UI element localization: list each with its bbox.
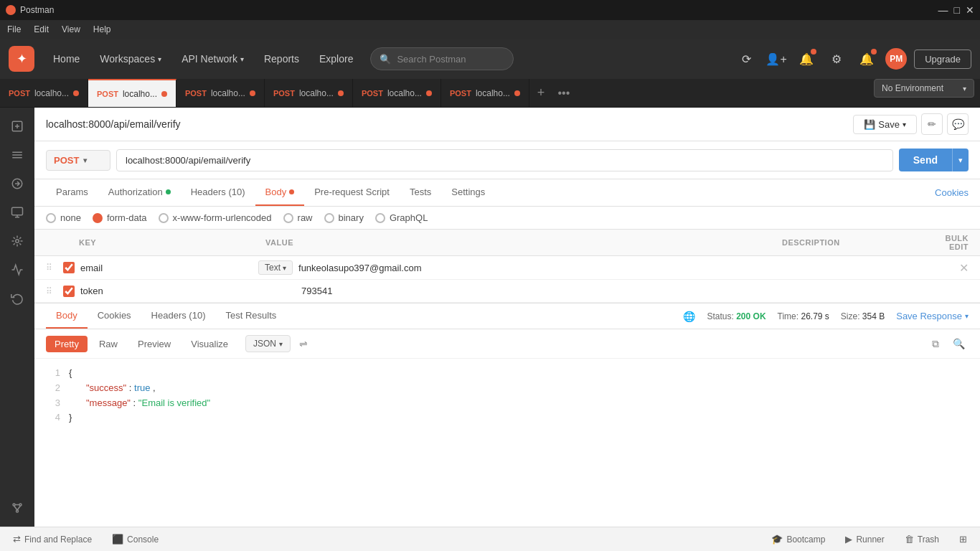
sidebar-new-icon[interactable] xyxy=(4,113,30,139)
tab-1[interactable]: POST localho... xyxy=(88,79,176,107)
resp-tab-test-results[interactable]: Test Results xyxy=(215,303,286,329)
cookies-button[interactable]: Cookies xyxy=(935,187,969,198)
resp-tab-cookies[interactable]: Cookies xyxy=(88,303,141,329)
save-chevron-icon: ▾ xyxy=(903,121,906,128)
bulk-edit-button[interactable]: Bulk Edit xyxy=(925,234,969,251)
row-drag-handle[interactable]: ⠿ xyxy=(46,263,57,273)
search-bar[interactable]: 🔍 xyxy=(370,47,514,70)
comment-button[interactable]: 💬 xyxy=(947,113,969,135)
nav-api-network[interactable]: API Network ▾ xyxy=(171,39,254,79)
console-button[interactable]: ⬛ Console xyxy=(108,531,163,547)
send-options-button[interactable]: ▾ xyxy=(952,149,969,171)
trash-button[interactable]: 🗑 Trash xyxy=(900,531,943,547)
chevron-down-icon: ▾ xyxy=(83,156,87,164)
unsaved-dot xyxy=(73,90,79,96)
row-checkbox-1[interactable] xyxy=(63,286,75,297)
tab-settings[interactable]: Settings xyxy=(441,179,495,206)
more-tabs-button[interactable]: ••• xyxy=(552,79,575,107)
tab-4[interactable]: POST localho... xyxy=(353,79,441,107)
runner-button[interactable]: ▶ Runner xyxy=(841,531,888,547)
format-visualize[interactable]: Visualize xyxy=(182,336,237,352)
url-input[interactable] xyxy=(116,149,893,171)
tab-body[interactable]: Body xyxy=(255,179,305,206)
format-pretty[interactable]: Pretty xyxy=(46,336,88,352)
body-none-option[interactable]: none xyxy=(46,212,81,223)
find-replace-button[interactable]: ⇄ Find and Replace xyxy=(9,531,96,547)
menu-file[interactable]: File xyxy=(7,24,21,34)
params-table-body: ⠿ Text ▾ ✕ ⠿ xyxy=(34,256,980,303)
tab-params[interactable]: Params xyxy=(46,179,98,206)
menu-edit[interactable]: Edit xyxy=(34,24,49,34)
wrap-lines-button[interactable]: ⇌ xyxy=(293,334,314,354)
send-button[interactable]: Pretty Send xyxy=(899,149,952,171)
bootcamp-button[interactable]: 🎓 Bootcamp xyxy=(767,531,829,547)
nav-workspaces[interactable]: Workspaces ▾ xyxy=(90,39,171,79)
row-key-1[interactable] xyxy=(80,284,253,298)
copy-response-button[interactable]: ⧉ xyxy=(925,334,946,354)
menu-help[interactable]: Help xyxy=(93,24,111,34)
minimize-button[interactable]: — xyxy=(938,4,948,16)
row-value-1[interactable] xyxy=(301,284,969,298)
body-urlencoded-option[interactable]: x-www-form-urlencoded xyxy=(159,212,272,223)
new-tab-button[interactable]: + xyxy=(529,79,552,107)
close-button[interactable]: ✕ xyxy=(966,4,974,16)
sidebar-mock-icon[interactable] xyxy=(4,228,30,254)
line-numbers: 1 2 3 4 xyxy=(46,366,60,519)
save-response-button[interactable]: Save Response ▾ xyxy=(896,311,969,321)
tab-3[interactable]: POST localho... xyxy=(265,79,353,107)
row-delete-0[interactable]: ✕ xyxy=(959,261,969,275)
search-input[interactable] xyxy=(397,54,504,65)
maximize-button[interactable]: □ xyxy=(954,4,960,16)
sidebar-apis-icon[interactable] xyxy=(4,171,30,197)
upgrade-button[interactable]: Upgrade xyxy=(914,50,971,69)
tab-5[interactable]: POST localho... xyxy=(441,79,529,107)
pencil-icon: ✏ xyxy=(928,118,936,130)
format-raw[interactable]: Raw xyxy=(90,336,126,352)
search-response-button[interactable]: 🔍 xyxy=(948,334,969,354)
alerts-button[interactable]: 🔔 xyxy=(855,47,878,70)
sidebar-collections-icon[interactable] xyxy=(4,142,30,168)
row-drag-handle[interactable]: ⠿ xyxy=(46,286,57,296)
sidebar-environments-icon[interactable] xyxy=(4,199,30,225)
chevron-down-icon: ▾ xyxy=(283,264,286,272)
resp-tab-body[interactable]: Body xyxy=(46,303,88,329)
sync-button[interactable]: ⟳ xyxy=(735,47,758,70)
body-graphql-option[interactable]: GraphQL xyxy=(375,212,428,223)
body-binary-option[interactable]: binary xyxy=(324,212,364,223)
menu-view[interactable]: View xyxy=(62,24,80,34)
body-form-data-option[interactable]: form-data xyxy=(93,212,147,223)
nav-home[interactable]: Home xyxy=(43,39,90,79)
save-button[interactable]: 💾 Save ▾ xyxy=(853,115,917,134)
app-logo[interactable]: ✦ xyxy=(9,46,34,72)
search-icon: 🔍 xyxy=(380,54,391,65)
user-avatar[interactable]: PM xyxy=(885,48,907,70)
tab-pre-request[interactable]: Pre-request Script xyxy=(304,179,400,206)
tab-0[interactable]: POST localho... xyxy=(0,79,88,107)
row-key-0[interactable] xyxy=(80,261,253,275)
sidebar-history-icon[interactable] xyxy=(4,286,30,311)
expand-button[interactable]: ⊞ xyxy=(955,531,971,547)
sidebar-monitors-icon[interactable] xyxy=(4,257,30,283)
tab-2[interactable]: POST localho... xyxy=(176,79,265,107)
row-type-selector-0[interactable]: Text ▾ xyxy=(258,260,293,275)
format-type-selector[interactable]: JSON ▾ xyxy=(245,335,291,352)
invite-button[interactable]: 👤+ xyxy=(765,47,788,70)
tab-tests[interactable]: Tests xyxy=(400,179,441,206)
nav-reports[interactable]: Reports xyxy=(254,39,309,79)
body-raw-option[interactable]: raw xyxy=(283,212,313,223)
tab-authorization[interactable]: Authorization xyxy=(98,179,181,206)
bottombar-right: 🎓 Bootcamp ▶ Runner 🗑 Trash ⊞ xyxy=(767,531,971,547)
sidebar-flow-icon[interactable] xyxy=(4,495,30,521)
nav-explore[interactable]: Explore xyxy=(309,39,363,79)
tab-headers[interactable]: Headers (10) xyxy=(181,179,255,206)
resp-tab-headers[interactable]: Headers (10) xyxy=(141,303,216,329)
environment-selector[interactable]: No Environment ▾ xyxy=(874,79,974,98)
window-controls[interactable]: — □ ✕ xyxy=(938,4,974,16)
notifications-button[interactable]: 🔔 xyxy=(795,47,818,70)
settings-button[interactable]: ⚙ xyxy=(825,47,848,70)
row-value-0[interactable] xyxy=(298,261,953,275)
format-preview[interactable]: Preview xyxy=(129,336,179,352)
method-selector[interactable]: POST ▾ xyxy=(46,150,110,171)
row-checkbox-0[interactable] xyxy=(63,262,75,273)
edit-button[interactable]: ✏ xyxy=(921,113,943,135)
